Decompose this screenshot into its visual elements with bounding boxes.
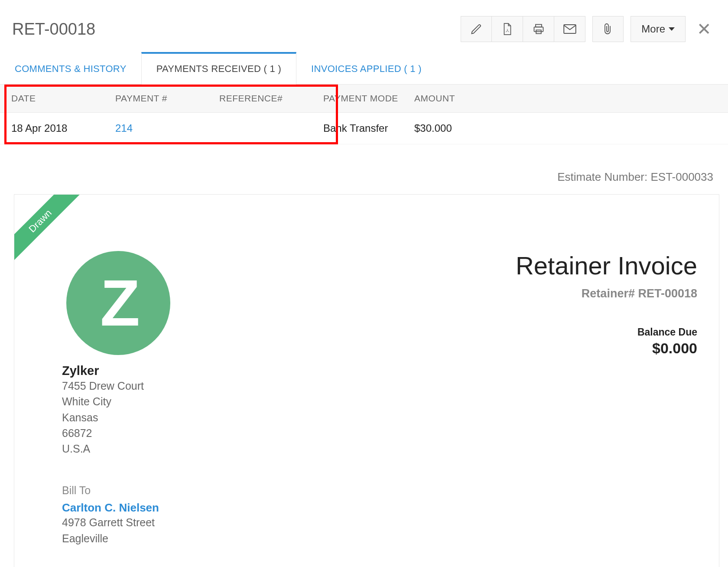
th-payment: PAYMENT # (115, 93, 219, 104)
table-row: 18 Apr 2018 214 Bank Transfer $30.000 (0, 113, 728, 144)
page-header: RET-00018 人 More ✕ (0, 0, 728, 43)
close-button[interactable]: ✕ (692, 20, 716, 38)
tab-comments[interactable]: COMMENTS & HISTORY (0, 52, 141, 84)
email-button[interactable] (554, 16, 585, 42)
svg-rect-2 (534, 27, 543, 32)
td-reference (219, 122, 323, 134)
page-title: RET-00018 (12, 20, 95, 39)
th-amount: AMOUNT (414, 93, 488, 104)
invoice-left-col: Z Zylker 7455 Drew Court White City Kans… (62, 251, 170, 546)
bill-to-addr1: 4978 Garrett Street (62, 515, 170, 530)
more-button-label: More (641, 23, 665, 35)
toolbar-group-2 (592, 16, 624, 42)
invoice-right-col: Retainer Invoice Retainer# RET-00018 Bal… (516, 251, 697, 546)
estimate-number: Estimate Number: EST-000033 (0, 144, 728, 192)
company-addr1: 7455 Drew Court (62, 378, 170, 394)
payments-table-header: DATE PAYMENT # REFERENCE# PAYMENT MODE A… (0, 85, 728, 113)
th-mode: PAYMENT MODE (323, 93, 414, 104)
payments-section: DATE PAYMENT # REFERENCE# PAYMENT MODE A… (0, 85, 728, 144)
balance-value: $0.000 (516, 340, 697, 357)
invoice-card: Drawn Z Zylker 7455 Drew Court White Cit… (14, 194, 719, 567)
svg-rect-4 (564, 25, 576, 33)
th-date: DATE (11, 93, 115, 104)
printer-icon (532, 23, 545, 35)
company-logo: Z (66, 251, 170, 355)
bill-to-name[interactable]: Carlton C. Nielsen (62, 501, 170, 515)
th-reference: REFERENCE# (219, 93, 323, 104)
td-mode: Bank Transfer (323, 122, 414, 134)
edit-button[interactable] (461, 16, 492, 42)
pdf-button[interactable]: 人 (492, 16, 523, 42)
tab-payments[interactable]: PAYMENTS RECEIVED ( 1 ) (141, 52, 296, 85)
company-zip: 66872 (62, 425, 170, 441)
company-addr2: White City (62, 394, 170, 409)
bill-to-addr2: Eagleville (62, 531, 170, 546)
invoice-title: Retainer Invoice (516, 251, 697, 280)
attach-button[interactable] (592, 16, 624, 42)
pencil-icon (470, 23, 482, 35)
mail-icon (563, 24, 576, 34)
td-date: 18 Apr 2018 (11, 122, 115, 134)
company-addr3: Kansas (62, 410, 170, 425)
pdf-icon: 人 (502, 23, 513, 36)
print-button[interactable] (523, 16, 554, 42)
paperclip-icon (603, 23, 613, 36)
more-button[interactable]: More (630, 16, 686, 42)
invoice-subtitle: Retainer# RET-00018 (516, 287, 697, 300)
toolbar: 人 More ✕ (461, 16, 716, 42)
td-payment-link[interactable]: 214 (115, 122, 219, 134)
bill-to-heading: Bill To (62, 484, 170, 497)
logo-letter: Z (100, 266, 136, 341)
balance-label: Balance Due (516, 326, 697, 338)
caret-down-icon (669, 27, 675, 31)
td-amount: $30.000 (414, 122, 488, 134)
tabs: COMMENTS & HISTORY PAYMENTS RECEIVED ( 1… (0, 52, 728, 85)
company-name: Zylker (62, 364, 170, 378)
toolbar-group-1: 人 (461, 16, 585, 42)
svg-text:人: 人 (506, 29, 509, 33)
tab-invoices[interactable]: INVOICES APPLIED ( 1 ) (296, 52, 436, 84)
company-country: U.S.A (62, 441, 170, 456)
